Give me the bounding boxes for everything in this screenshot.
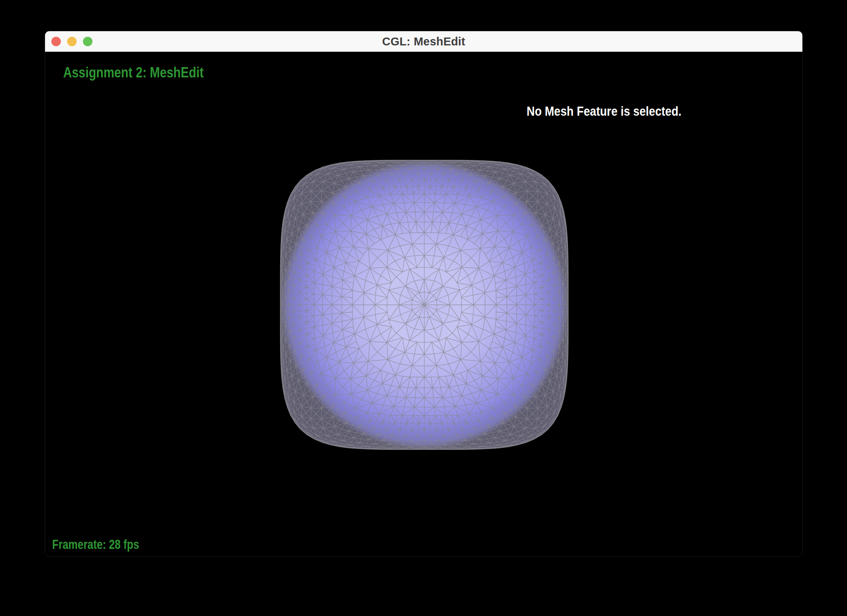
selection-status-text: No Mesh Feature is selected.: [527, 103, 681, 119]
window-title: CGL: MeshEdit: [382, 35, 465, 48]
close-button[interactable]: [51, 37, 61, 46]
mesh-render: [45, 52, 803, 557]
mesh-viewport[interactable]: Assignment 2: MeshEdit No Mesh Feature i…: [45, 52, 802, 556]
app-window: CGL: MeshEdit Assignment 2: MeshEdit No …: [45, 31, 803, 557]
framerate-readout: Framerate: 28 fps: [52, 537, 139, 552]
assignment-title: Assignment 2: MeshEdit: [63, 64, 203, 81]
zoom-button[interactable]: [83, 37, 92, 46]
traffic-lights: [51, 37, 92, 46]
minimize-button[interactable]: [67, 37, 77, 46]
window-titlebar[interactable]: CGL: MeshEdit: [45, 31, 802, 52]
